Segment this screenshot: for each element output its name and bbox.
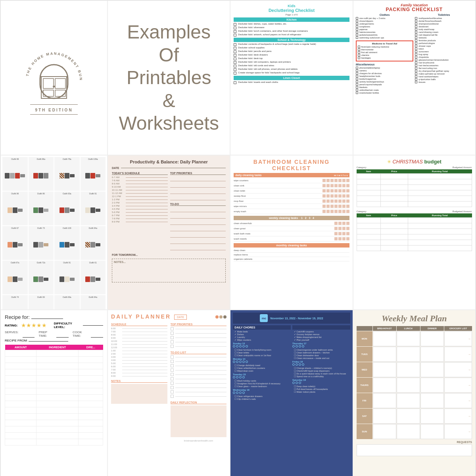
- packing-item: feminine products: [415, 39, 473, 42]
- outfit-item: Outfit 100: [54, 226, 80, 260]
- mp-dinner-tues: [420, 347, 444, 362]
- outfit-item: Outfit 86: [29, 192, 54, 225]
- examples-line2: Of: [119, 44, 219, 67]
- outfit-item: Outfit 74: [2, 295, 28, 310]
- dp-priorities-label: TOP PRIORITIES: [170, 172, 226, 175]
- d2-time-row: 9:00: [111, 337, 167, 339]
- ws-day-sunday: Sunday 13: [233, 342, 291, 345]
- mp-dinner-thurs: [420, 378, 444, 393]
- d2-time-row: 1:00: [111, 349, 167, 352]
- dp-notes-label: NOTES...: [114, 261, 224, 263]
- recipe-row: [5, 357, 103, 363]
- kids-item: Declutter kids' old computers, laptops a…: [234, 61, 349, 64]
- mp-corner: [357, 326, 372, 331]
- examples-line4: &: [119, 89, 219, 112]
- outfit-item: Outfit 61: [81, 261, 106, 294]
- bc-task-row: empty trash: [234, 209, 349, 214]
- mp-day-wed: WED: [357, 362, 372, 377]
- mp-grocery-sun: →: [444, 424, 472, 439]
- d2-time-row: 4:00: [111, 359, 167, 361]
- ws-day-monday: Monday 14: [233, 358, 291, 360]
- d2-date-label: DATE: [174, 315, 187, 320]
- ws-chore: ✓ Plan yourself: [292, 339, 350, 341]
- dp-todo-line: [170, 207, 226, 212]
- packing-item: q-tips/cotton balls: [415, 78, 473, 81]
- xmas-row: [357, 234, 472, 240]
- mp-grocery-fri: →: [444, 393, 472, 408]
- packing-toiletries-title: Toiletries: [415, 13, 473, 16]
- d2-time-row: 8:00: [111, 334, 167, 336]
- recipe-row: [5, 382, 103, 388]
- ws-thursday-task: ☐ Clean/organize under bathroom sinks: [292, 349, 350, 351]
- dp-time-row: 8-9 PM: [112, 221, 168, 223]
- mp-grocery-thurs: →: [444, 378, 472, 393]
- recipe-row: [5, 369, 103, 376]
- packing-item: hats/accessories: [356, 31, 414, 33]
- bc-weekly-label: weekly cleaning tasks: [269, 217, 298, 219]
- xmas-title: ✳ CHRISTMAS budget: [357, 159, 472, 165]
- dp-title: Productivity & Balance: Daily Planner: [112, 159, 226, 164]
- mp-breakfast-tues: [373, 347, 396, 362]
- recipe-row: [5, 376, 103, 382]
- recipe-stars: ★★★★★: [21, 322, 47, 328]
- examples-line3: Printables: [119, 66, 219, 89]
- d2-priority-row: [171, 345, 227, 348]
- packing-item: sunscreen: [415, 50, 473, 53]
- ws-header: mc November 13, 2022 - November 19, 2022: [233, 313, 350, 324]
- ws-saturday-task: ☐ Deep clean toilet(s): [292, 385, 350, 388]
- mp-breakfast-mon: [373, 331, 396, 346]
- logo-cell: THE HOME MANAGEMENT BUNDLE 9TH EDITION: [0, 0, 107, 155]
- d2-schedule-label: SCHEDULE: [111, 323, 167, 326]
- packing-item: bandages: [358, 57, 412, 59]
- xmas-col-item2: Item: [357, 213, 380, 218]
- packing-item: camera: [356, 69, 414, 72]
- xmas-table2: Item Price Running Total: [357, 213, 472, 251]
- mp-breakfast-sun: [373, 424, 396, 439]
- packing-clothes-title: Clothes: [356, 13, 414, 16]
- svg-rect-1: [40, 65, 68, 98]
- mp-day-fri: FRI: [357, 393, 372, 408]
- d2-time-row: 2:00: [111, 353, 167, 355]
- dp-time-row: 10-11 AM: [112, 189, 168, 191]
- ws-tuesday-task: ☐ Straighten First Aid Kit/replenish if …: [233, 382, 291, 385]
- xmas-row: [357, 223, 472, 229]
- mp-day-sun: SUN: [357, 424, 372, 439]
- xmas-title-word2: budget: [424, 159, 441, 165]
- recipe-prep-label: PREP TIME:: [38, 330, 52, 338]
- ws-monday-task: ☐ Change dish/daily towel: [233, 364, 291, 367]
- ws-wednesday-task: ☐ Clean refrigerator drawers: [233, 395, 291, 397]
- recipe-row: [5, 414, 103, 420]
- outfit-item: Outfit 93a: [54, 192, 80, 225]
- weekly-schedule-cell: mc November 13, 2022 - November 19, 2022…: [230, 310, 353, 476]
- bc-monthly-row: replace items: [234, 253, 349, 257]
- d2-time-row: 9:00: [111, 375, 167, 377]
- bc-weekly-row: clean grout: [234, 226, 349, 231]
- bc-weekly-row: wash towels: [234, 236, 349, 242]
- dp-priority-line: [170, 183, 226, 188]
- bc-weekly-row: wash bath mats: [234, 231, 349, 236]
- outfit-item: Outfit 109a: [81, 157, 106, 191]
- d2-todo-row: [171, 373, 227, 376]
- kids-checklist-title: Kids: [234, 4, 349, 8]
- d2-todo-row: [171, 364, 227, 367]
- d2-todo-row: [171, 369, 227, 372]
- outfit-item: Outfit 71b: [29, 261, 54, 294]
- mp-lunch-sat: [397, 409, 420, 424]
- dp-todo-label: TO-DO: [170, 203, 226, 206]
- packing-item: jackets/sweatshirts: [356, 34, 414, 36]
- ws-friday-task: ☐ Change sheets – children's rooms(s): [292, 367, 350, 369]
- packing-item: body wash/soap: [415, 28, 473, 31]
- xmas-col-price2: Price: [380, 213, 408, 218]
- ws-chore: ✓ Wipe counters: [233, 339, 291, 341]
- kids-section-kitchen: Kitchen: [234, 17, 349, 22]
- packing-item: vitamins: [358, 54, 412, 56]
- recipe-cell: Recipe for: RATING: ★★★★★ DIFFICULTY LEV…: [0, 310, 107, 476]
- bc-title: BATHROOM CLEANING CHECKLIST: [234, 159, 349, 171]
- dp-priority-line: [170, 189, 226, 194]
- kids-item: Declutter kids' silverware: [234, 26, 349, 29]
- bc-monthly-row: organize cabinets: [234, 257, 349, 261]
- recipe-row: [5, 420, 103, 426]
- d2-todo-row: [171, 390, 227, 393]
- mp-breakfast-fri: [373, 393, 396, 408]
- packing-item: thermometer: [358, 48, 412, 51]
